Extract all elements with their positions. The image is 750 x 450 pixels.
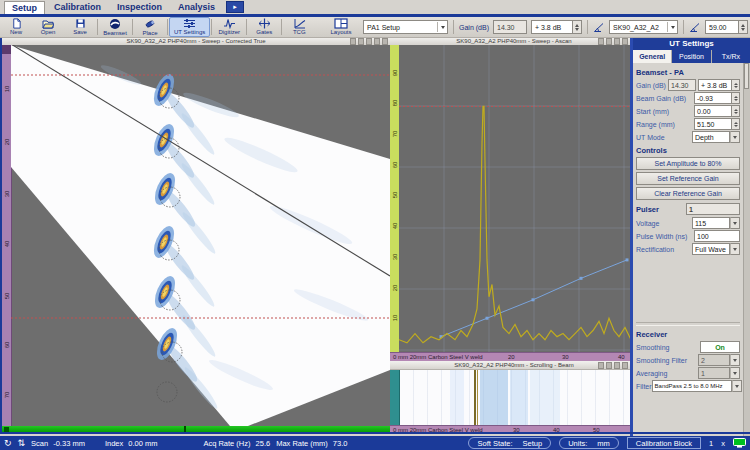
tab-txrx[interactable]: Tx/Rx [712,50,750,63]
ascan-canvas[interactable]: 908070605040302010 [390,45,638,352]
ut-settings-button[interactable]: UT Settings [169,17,210,37]
strip-chart-canvas[interactable] [390,370,638,425]
gain-offset-spin[interactable] [732,79,740,91]
acq-rate: Acq Rate (Hz)25.6 [203,439,270,448]
toolbar-separator [587,20,588,34]
calibration-block-button[interactable]: Calibration Block [627,437,701,449]
gain-offset-box[interactable]: + 3.8 dB [531,20,573,34]
tcg-point[interactable] [486,317,489,320]
open-button[interactable]: Open [32,17,64,37]
depth-tick: 70 [4,389,10,402]
start-spin[interactable] [732,105,740,117]
panel-title: UT Settings [633,37,750,50]
gate-icon [258,18,271,29]
smoothing-row: Smoothing On [636,341,740,353]
angle-value-box[interactable]: 59.00 [705,20,739,34]
filter-select[interactable]: BandPass 2.5 to 8.0 MHz [652,380,732,392]
start-field[interactable]: 0.00 [694,105,732,117]
depth-tick: 50 [4,290,10,303]
menu-calibration[interactable]: Calibration [47,1,108,13]
setup-select[interactable]: PA1 Setup [363,20,448,34]
beamset-button[interactable]: Beamset [99,17,131,37]
smoothing-toggle[interactable]: On [700,341,740,353]
chevron-down-icon[interactable] [730,354,740,366]
tab-position[interactable]: Position [672,50,710,63]
tab-general[interactable]: General [633,50,671,63]
depth-tick: 10 [4,83,10,96]
menu-inspection[interactable]: Inspection [110,1,169,13]
ascan-plot[interactable] [399,45,638,352]
digitizer-label: Digitizer [218,29,240,36]
strip-titlebar: SK90_A32_A2 PHP40mm - Scrolling - Beam [390,361,638,370]
averaging-select[interactable]: 1 [698,367,730,379]
beam-cursor-line [477,370,478,425]
sscan-canvas[interactable]: 10203040506070 [2,45,390,433]
display-icon[interactable] [733,438,746,448]
amplitude-tick: 90 [392,67,398,80]
pulse-width-field[interactable]: 100 [694,230,740,242]
amplitude-tick: 20 [392,282,398,295]
gain-value: 14.30 [497,24,515,31]
place-label: Place [142,30,157,37]
ut-mode-select[interactable]: Depth [692,131,730,143]
amplitude-tick: 50 [392,189,398,202]
set-reference-gain-button[interactable]: Set Reference Gain [636,172,740,185]
panel-content: Beamset - PA Gain (dB) 14.30 + 3.8 dB Be… [633,63,743,436]
set-amplitude-button[interactable]: Set Amplitude to 80% [636,157,740,170]
menu-analysis[interactable]: Analysis [171,1,222,13]
place-button[interactable]: Place [134,17,166,37]
chevron-down-icon[interactable] [730,367,740,379]
angle-value: 59.00 [709,24,727,31]
digitizer-button[interactable]: Digitizer [213,17,245,37]
ut-mode-row: UT Mode Depth [636,131,740,143]
save-button[interactable]: Save [64,17,96,37]
range-field[interactable]: 51.50 [694,118,732,130]
beam-gain-field[interactable]: -0.93 [694,92,732,104]
menu-overflow-icon[interactable]: ▸ [226,1,244,13]
new-button[interactable]: New [0,17,32,37]
clear-reference-gain-button[interactable]: Clear Reference Gain [636,187,740,200]
smoothing-filter-select[interactable]: 2 [698,354,730,366]
refresh-icon[interactable]: ↻ [4,438,12,448]
ascan-column: SK90_A32_A2 PHP40mm - Sweep - Ascan 9080… [390,37,638,433]
sector-scan-image[interactable] [11,45,390,433]
depth-tick: 40 [4,238,10,251]
controls-header: Controls [636,146,740,155]
menu-bar: Setup Calibration Inspection Analysis ▸ [0,0,750,14]
tcg-point[interactable] [532,298,535,301]
beamset-label: Beamset [103,30,127,37]
echo-band [510,370,528,425]
beam-gain-spin[interactable] [732,92,740,104]
gain-offset-spinner[interactable] [573,20,582,34]
rectification-label: Rectification [636,246,674,253]
gates-button[interactable]: Gates [248,17,280,37]
tcg-point[interactable] [626,258,629,261]
hole-marker [157,382,177,402]
voltage-select[interactable]: 115 [692,217,730,229]
toolbar-separator [683,20,684,34]
angle-spinner[interactable] [739,20,748,34]
chevron-down-icon[interactable] [730,217,740,229]
app-window: Setup Calibration Inspection Analysis ▸ … [0,0,750,450]
range-label: Range (mm) [636,121,675,128]
sector-scan-view[interactable]: SK90_A32_A2 PHP40mm - Sweep - Corrected … [0,37,390,433]
gain-offset-field[interactable]: + 3.8 dB [698,79,732,91]
tcg-point[interactable] [580,277,583,280]
start-row: Start (mm) 0.00 [636,105,740,117]
view-toolbar-icons[interactable] [350,38,388,45]
menu-setup[interactable]: Setup [4,1,45,14]
rectification-select[interactable]: Full Wave [692,243,730,255]
chevron-down-icon[interactable] [730,131,740,143]
axis-move-icon[interactable]: ⇅ [18,438,26,448]
axis-tick: 20 [508,354,515,360]
strip-ruler [390,370,400,425]
tcg-button[interactable]: TCG [283,17,315,37]
layouts-button[interactable]: Layouts [323,18,359,36]
save-label: Save [73,29,87,36]
chevron-down-icon[interactable] [732,380,742,392]
panel-scrollbar[interactable] [743,63,750,436]
range-spin[interactable] [732,118,740,130]
sliders-icon [183,18,196,29]
chevron-down-icon[interactable] [730,243,740,255]
probe-select[interactable]: SK90_A32_A2 [609,20,678,34]
